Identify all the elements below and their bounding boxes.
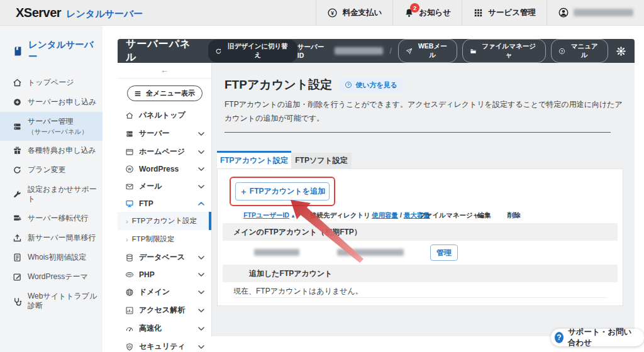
sidebar-item-label: サーバーお申し込み <box>28 97 96 107</box>
top-nav: 料金支払い 2 お知らせ サービス管理 <box>316 0 644 25</box>
menu-item-security[interactable]: セキュリティ <box>118 338 211 352</box>
page-description: FTPアカウントの追加・削除を行うことができます。アクセスディレクトリを設定する… <box>225 98 623 125</box>
book-icon <box>13 46 23 57</box>
chevron-down-icon <box>197 306 206 315</box>
manage-button[interactable]: 管理 <box>430 245 458 261</box>
switch-old-design-button[interactable]: 旧デザインに切り替え <box>208 40 297 62</box>
menu-item-wordpress[interactable]: WordPress <box>118 161 211 177</box>
sidebar-item-easy-migration[interactable]: 新サーバー簡単移行 <box>0 228 103 248</box>
wordpress-icon <box>125 165 134 173</box>
sidebar-item-plan-change[interactable]: プラン変更 <box>0 160 103 180</box>
group-row-added-ftp-accounts: 追加したFTPアカウント <box>223 265 618 282</box>
server-icon <box>125 129 134 138</box>
menu-item-label: 高速化 <box>139 323 162 334</box>
logo-suffix-text: レンタルサーバー <box>66 8 143 20</box>
notice-nav-item[interactable]: 2 お知らせ <box>392 0 462 25</box>
settings-gear-button[interactable] <box>616 46 626 57</box>
question-circle-icon <box>558 48 565 55</box>
caret-right-icon: › <box>126 217 128 225</box>
submenu-item-label: FTP制限設定 <box>132 234 175 244</box>
payment-nav-item[interactable]: 料金支払い <box>316 0 392 25</box>
service-manage-label: サービス管理 <box>488 8 536 18</box>
grid-icon <box>473 8 484 18</box>
sidebar-item-server-manage[interactable]: サーバー管理 （サーバーパネル） <box>0 112 103 141</box>
collapse-menu-button[interactable]: ← <box>118 63 211 79</box>
menu-item-access-analysis[interactable]: アクセス解析 <box>118 301 211 319</box>
menu-item-label: アクセス解析 <box>139 305 185 316</box>
menu-item-mail[interactable]: メール <box>118 177 211 195</box>
group-row-label: 追加したFTPアカウント <box>249 268 333 279</box>
menu-item-homepage[interactable]: ホームページ <box>118 143 211 161</box>
help-link-label: 使い方を見る <box>355 80 397 90</box>
sidebar-item-setting-support[interactable]: 設定おまかせサポート <box>0 180 103 209</box>
menu-item-panel-top[interactable]: パネルトップ <box>118 106 211 124</box>
separator-slash: / <box>389 47 391 55</box>
submenu-item-label: FTPアカウント設定 <box>132 216 197 226</box>
account-nav-item[interactable] <box>547 0 644 25</box>
sidebar-item-label: Webサイトトラブル診断 <box>28 292 100 311</box>
edit-icon <box>13 272 22 282</box>
sidebar-item-server-transfer[interactable]: サーバー移転代行 <box>0 209 103 228</box>
left-sidebar: レンタルサーバー トップページ サーバーお申し込み サーバー管理 （サーバーパネ… <box>0 26 103 352</box>
sidebar-title-rental-server[interactable]: レンタルサーバー <box>0 26 103 73</box>
tab-ftp-account-settings[interactable]: FTPアカウント設定 <box>217 151 291 168</box>
column-header-edit: 編集 <box>469 211 499 220</box>
annotation-highlight-box: ＋ FTPアカウントを追加 <box>230 177 335 206</box>
empty-accounts-message: 現在、FTPアカウントはありません。 <box>233 286 363 297</box>
table-header-row: FTPユーザーID▲ 接続先ディレクトリ 使用容量 / 最大容量 ファイルマネー… <box>230 211 529 220</box>
sidebar-item-label: 新サーバー簡単移行 <box>28 233 96 243</box>
globe-icon <box>125 288 134 297</box>
hamburger-icon <box>134 90 142 97</box>
used-capacity-link[interactable]: 使用容量 <box>372 211 398 219</box>
chevron-down-icon <box>197 253 206 262</box>
column-header-directory: 接続先ディレクトリ <box>309 211 372 220</box>
menu-item-ftp[interactable]: FTP <box>118 195 211 212</box>
chevron-down-icon <box>197 148 206 157</box>
column-header-ftp-user-id[interactable]: FTPユーザーID▲ <box>230 211 309 220</box>
manual-button[interactable]: マニュアル <box>551 39 608 63</box>
chevron-down-icon <box>197 343 206 351</box>
submenu-item-ftp-account-settings[interactable]: › FTPアカウント設定 <box>118 212 211 230</box>
add-ftp-account-button[interactable]: ＋ FTPアカウントを追加 <box>235 182 330 201</box>
sidebar-item-wordpress-theme[interactable]: WordPressテーマ <box>0 267 103 287</box>
sidebar-item-top-page[interactable]: トップページ <box>0 73 103 92</box>
sidebar-title-label: レンタルサーバー <box>28 39 103 63</box>
redacted-server-id <box>335 47 383 55</box>
gear-icon <box>616 46 626 57</box>
mail-icon <box>125 182 134 191</box>
tab-ftp-soft-settings[interactable]: FTPソフト設定 <box>291 153 352 168</box>
server-move-icon <box>13 214 22 223</box>
sidebar-item-server-apply[interactable]: サーバーお申し込み <box>0 92 103 112</box>
menu-item-domain[interactable]: ドメイン <box>118 283 211 301</box>
sidebar-item-trouble-diagnosis[interactable]: Webサイトトラブル診断 <box>0 287 103 316</box>
help-link[interactable]: 使い方を見る <box>339 78 403 92</box>
webmail-label: WEBメール <box>416 42 450 60</box>
sidebar-item-benefits[interactable]: 各種特典お申し込み <box>0 141 103 160</box>
webmail-button[interactable]: WEBメール <box>398 39 457 63</box>
browser-icon <box>125 148 134 157</box>
server-id-label: サーバーID <box>297 43 330 59</box>
menu-item-php[interactable]: PHP <box>118 267 211 283</box>
file-manager-button[interactable]: ファイルマネージャ <box>462 39 546 63</box>
menu-item-speed-up[interactable]: 高速化 <box>118 319 211 338</box>
submenu-item-ftp-restriction-settings[interactable]: › FTP制限設定 <box>118 230 211 248</box>
plus-icon: ＋ <box>240 186 248 197</box>
sidebar-item-whois[interactable]: Whois初期値設定 <box>0 248 103 267</box>
menu-item-database[interactable]: データベース <box>118 248 211 267</box>
php-icon <box>125 270 134 279</box>
sidebar-item-label: 各種特典お申し込み <box>28 146 96 155</box>
chevron-down-icon <box>197 129 206 138</box>
menu-item-label: データベース <box>139 252 185 263</box>
service-manage-nav-item[interactable]: サービス管理 <box>462 0 547 25</box>
manual-label: マニュアル <box>569 42 601 60</box>
menu-item-label: FTP <box>139 199 153 208</box>
monitor-icon <box>125 199 134 208</box>
chevron-down-icon <box>197 270 206 279</box>
divider <box>233 297 607 298</box>
home-outline-icon <box>125 111 134 120</box>
show-all-menu-button[interactable]: 全メニュー表示 <box>127 85 203 101</box>
document-icon <box>13 253 22 262</box>
support-contact-button[interactable]: ? サポート・お問い合わせ <box>551 329 644 346</box>
xserver-logo[interactable]: XServer レンタルサーバー <box>16 6 143 20</box>
menu-item-server[interactable]: サーバー <box>118 124 211 143</box>
